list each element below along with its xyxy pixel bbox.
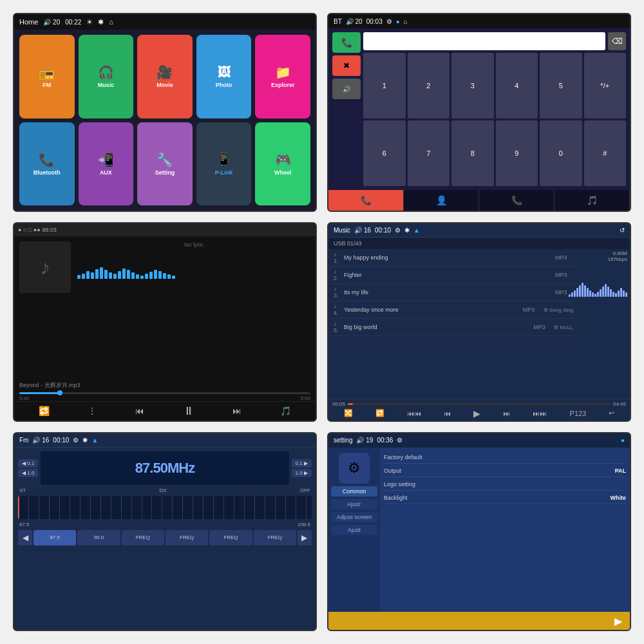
bt-key-2[interactable]: 2	[408, 53, 450, 118]
music-mode-button[interactable]: 🎵	[280, 406, 291, 416]
mlist-row-1[interactable]: ♪ 1. My happy ending MP3	[328, 249, 578, 267]
app-icon-movie[interactable]: 🎥Movie	[137, 35, 193, 118]
bt-key-0[interactable]: 0	[540, 120, 582, 186]
music-prev-button[interactable]: ⏮	[135, 406, 144, 416]
mlist-prev-button[interactable]: ⏮	[444, 410, 451, 417]
app-icon-plink[interactable]: 📱P-Link	[196, 122, 252, 206]
home-brightness-icon: ☀	[86, 18, 93, 26]
fm-preset-6[interactable]: FREQ	[254, 530, 296, 545]
home-title: Home	[19, 18, 38, 26]
mlist-progress-bar[interactable]	[348, 403, 611, 405]
bt-delete-button[interactable]: ⌫	[608, 32, 626, 50]
mlist-bluetooth-icon: ✱	[404, 227, 410, 234]
fm-step-back-01-button[interactable]: ◀ 0.1	[18, 459, 38, 468]
fm-step-fwd-10-button[interactable]: 1.0 ▶	[292, 469, 312, 477]
bt-input-row: ⌫	[363, 32, 626, 50]
mlist-volume: 🔊 16	[354, 227, 371, 234]
mlist-skipback-button[interactable]: ⏮⏮	[407, 410, 421, 417]
app-icon-music[interactable]: 🎧Music	[79, 35, 134, 118]
bt-number-input[interactable]	[363, 32, 605, 50]
music-album-art: ♪	[19, 242, 71, 293]
settings-row-backlight[interactable]: Backlight White	[384, 492, 626, 504]
app-icon-explorer[interactable]: 📁Explorer	[255, 35, 310, 118]
mlist-play-button[interactable]: ▶	[473, 408, 480, 419]
fm-frequency-scale	[18, 496, 312, 519]
mlist-back-button[interactable]: ↩	[609, 409, 614, 417]
bt-answer-button[interactable]: 📞	[332, 32, 361, 53]
bt-key-1[interactable]: 1	[363, 53, 406, 118]
settings-sidebar-ajust2[interactable]: Ajust	[331, 525, 377, 535]
app-icon-wheel[interactable]: 🎮Wheel	[255, 122, 310, 206]
bt-key-4[interactable]: 4	[496, 53, 538, 118]
bt-footer-music-button[interactable]: 🎵	[554, 190, 630, 211]
settings-row-factory[interactable]: Factory default	[384, 451, 626, 464]
fm-icon: 📻	[39, 64, 55, 80]
app-icon-photo[interactable]: 🖼Photo	[196, 35, 252, 118]
fm-volume: 🔊 16	[32, 437, 49, 444]
bt-action-buttons: 📞 ✖ 🔊	[332, 32, 361, 186]
bt-key-6[interactable]: 6	[363, 120, 406, 186]
settings-sidebar-ajust[interactable]: Ajust:	[331, 499, 377, 509]
mlist-total-time: 04:45	[613, 401, 626, 407]
mlist-next-button[interactable]: ⏭	[503, 410, 510, 417]
settings-gear-graphic: ⚙	[339, 453, 370, 484]
main-grid: Home 🔊 20 00:22 ☀ ✱ ⌂ 📻FM 🎧Music 🎥Movie …	[13, 13, 631, 631]
mlist-preset-button[interactable]: P123	[570, 410, 587, 417]
fm-preset-2[interactable]: 90.0	[77, 530, 120, 545]
fm-next-button[interactable]: ▶	[298, 530, 312, 545]
bt-footer-redial-button[interactable]: 📞	[479, 190, 554, 211]
fm-mode-st: ST	[19, 488, 26, 493]
bt-key-9[interactable]: 9	[496, 120, 538, 186]
mlist-repeat-button[interactable]: 🔁	[375, 409, 384, 417]
app-icon-aux[interactable]: 📲AUX	[79, 122, 134, 206]
mlist-shuffle-button[interactable]: 🔀	[344, 409, 353, 417]
bt-hangup-button[interactable]: ✖	[332, 55, 361, 76]
fm-step-back-group: ◀ 0.1 ◀ 1.0	[18, 459, 38, 477]
fm-step-fwd-01-button[interactable]: 0.1 ▶	[292, 459, 312, 468]
settings-next-arrow[interactable]: ▶	[614, 615, 622, 627]
bt-body: 📞 ✖ 🔊 ⌫ 1 2 3 4 5 */+ 6 7 8	[328, 28, 630, 190]
bt-key-3[interactable]: 3	[451, 53, 494, 118]
bt-speaker-button[interactable]: 🔊	[332, 79, 361, 99]
bt-footer-call-button[interactable]: 📞	[328, 190, 404, 211]
settings-sidebar-screen[interactable]: Adjust screen	[331, 512, 377, 522]
music-repeat-button[interactable]: 🔁	[39, 406, 50, 416]
music-icon: 🎧	[98, 64, 114, 80]
fm-step-back-10-button[interactable]: ◀ 1.0	[18, 469, 38, 477]
settings-row-output[interactable]: Output PAL	[384, 465, 626, 477]
bt-footer-contacts-button[interactable]: 👤	[404, 190, 479, 211]
fm-preset-5[interactable]: FREQ	[209, 530, 252, 545]
music-play-button[interactable]: ⏸	[183, 404, 194, 418]
bt-key-hash[interactable]: #	[584, 120, 627, 186]
fm-preset-1[interactable]: 87.5	[33, 530, 76, 545]
fm-band-modes: ST DX OFF	[18, 488, 312, 493]
settings-sidebar-common[interactable]: Common	[331, 486, 377, 497]
music-next-button[interactable]: ⏭	[232, 406, 242, 416]
fm-scale-labels: 87.5 108.6	[18, 522, 312, 527]
music-info-panel: No lyric	[71, 242, 310, 374]
fm-preset-4[interactable]: FREQ	[166, 530, 208, 545]
bt-key-star[interactable]: */+	[584, 53, 627, 118]
mlist-row-5[interactable]: ♪ 5. Big big world MP3 ⚙ NULL	[328, 319, 578, 336]
fm-prev-button[interactable]: ◀	[18, 530, 32, 545]
bt-key-7[interactable]: 7	[408, 120, 450, 186]
app-icon-setting[interactable]: 🔧Setting	[137, 122, 193, 206]
fm-body: ◀ 0.1 ◀ 1.0 87.50MHz 0.1 ▶ 1.0 ▶ ST DX O…	[14, 448, 316, 630]
mlist-row-2[interactable]: ♪ 2. Fighter MP3	[328, 267, 578, 284]
fm-preset-3[interactable]: FREQ	[122, 530, 164, 545]
bt-key-8[interactable]: 8	[451, 120, 494, 186]
mlist-skipfwd-button[interactable]: ⏭⏭	[533, 410, 547, 417]
music-list-button[interactable]: ⋮	[88, 406, 97, 416]
fm-frequency-display: 87.50MHz	[41, 451, 289, 485]
mlist-brightness-icon: ⚙	[395, 227, 401, 234]
bt-key-5[interactable]: 5	[540, 53, 582, 118]
bt-header: BT 🔊 20 00:03 ⚙ ● ⌂	[328, 14, 630, 28]
settings-volume: 🔊 19	[356, 437, 373, 444]
music-progress-bar[interactable]	[19, 392, 310, 394]
mlist-row-3[interactable]: ♪ 3. Its my life MP3	[328, 284, 578, 301]
app-icon-bluetooth[interactable]: 📞Bluetooth	[19, 122, 75, 206]
app-icon-fm[interactable]: 📻FM	[19, 35, 75, 118]
mlist-row-4[interactable]: ♪ 4. Yesterday once more MP3 ⚙ Song Sing	[328, 301, 578, 319]
fm-settings-icon: ⚙	[73, 437, 79, 444]
settings-row-logo[interactable]: Logo setting	[384, 478, 626, 491]
